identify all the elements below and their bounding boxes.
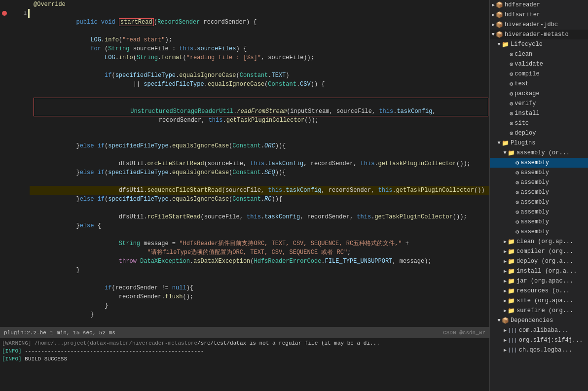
sidebar-item-assembly-2[interactable]: ⚙ assembly [490,168,588,178]
sidebar-item-verify[interactable]: ⚙ verify [490,99,588,108]
chevron-down-icon: ▶ [496,319,502,322]
code-line: public void startRead(RecordSender recor… [30,9,489,18]
item-label: test [514,80,529,87]
line-gutter: 1 [0,0,30,327]
main-area: 1 @Override public void startRead(Record… [0,0,588,391]
sidebar-item-deploy[interactable]: ⚙ deploy [490,128,588,138]
item-label: assembly [520,228,549,235]
item-label: com.alibaba... [519,327,569,334]
sidebar-item-surefire[interactable]: ▶ 📁 surefire (org... [490,306,588,316]
sidebar-item-clean-org[interactable]: ▶ 📁 clean (org.ap... [490,237,588,247]
sidebar-item-org-slf4j[interactable]: ▶ ||| org.slf4j:slf4j... [490,335,588,345]
item-label: hdfsreader [505,1,540,8]
sidebar-item-assembly-4[interactable]: ⚙ assembly [490,187,588,197]
sidebar-item-hivereader-metasto[interactable]: ▶ 📦 hivereader-metasto [490,30,588,39]
item-label: Dependencies [511,317,553,324]
item-label: site (org.apa... [516,297,573,304]
sidebar-item-assembly-3[interactable]: ⚙ assembly [490,178,588,187]
sidebar-item-dependencies[interactable]: ▶ 📦 Dependencies [490,316,588,325]
item-label: deploy [514,130,536,137]
sidebar-item-hivereader-jdbc[interactable]: ▶ 📦 hivereader-jdbc [490,20,588,30]
item-label: clean [514,51,532,58]
code-line: String message = "HdfsReader插件目前支持ORC, T… [30,230,489,239]
chevron-down-icon: ▶ [502,151,508,154]
gear-icon: ⚙ [515,199,519,206]
folder-icon: 📁 [502,140,509,147]
sidebar-item-ch-qos[interactable]: ▶ ||| ch.qos.logba... [490,345,588,355]
item-label: clean (org.ap... [516,238,573,245]
item-label: deploy (org.a... [516,258,573,265]
sidebar-item-assembly-plugin[interactable]: ▶ 📁 assembly (or... [490,148,588,158]
plugin-status: plugin:2.2-be [4,330,46,336]
plugin-folder-icon: 📁 [508,297,515,305]
item-label: package [514,90,539,97]
gear-icon: ⚙ [510,90,513,98]
sidebar-item-package[interactable]: ⚙ package [490,89,588,99]
chevron-right-icon: ▶ [504,298,507,304]
chevron-right-icon: ▶ [492,2,495,8]
gear-icon: ⚙ [510,130,513,137]
plugin-folder-icon: 📁 [508,149,515,157]
item-label: assembly (or... [516,149,570,156]
item-label: surefire (org... [516,307,573,314]
sidebar-item-resources[interactable]: ▶ 📁 resources (o... [490,286,588,296]
item-label: hdfswriter [505,11,540,18]
chevron-down-icon: ▶ [490,33,496,36]
chevron-right-icon: ▶ [504,249,507,254]
sidebar-item-plugins[interactable]: ▶ 📁 Plugins [490,138,588,148]
sidebar-item-assembly-8[interactable]: ⚙ assembly [490,227,588,237]
sidebar-item-assembly-7[interactable]: ⚙ assembly [490,217,588,227]
chevron-down-icon: ▶ [496,142,502,144]
sidebar-item-assembly-6[interactable]: ⚙ assembly [490,207,588,217]
gear-icon: ⚙ [515,169,519,177]
dep-icon: ||| [508,347,517,353]
folder-icon: 📁 [502,41,509,48]
item-label: assembly [520,218,549,225]
sidebar-item-validate[interactable]: ⚙ validate [490,59,588,69]
sidebar-item-hdfsreader[interactable]: ▶ 📦 hdfsreader [490,0,588,10]
sidebar-item-test[interactable]: ⚙ test [490,79,588,89]
bottom-status-bar: plugin:2.2-be 1 min, 15 sec, 52 ms CSDN … [0,327,489,338]
sidebar-item-jar-org[interactable]: ▶ 📁 jar (org.apac... [490,276,588,286]
dep-icon: ||| [508,337,517,343]
red-box-multiline: UnstructuredStorageReaderUtil.readFromSt… [34,98,488,116]
gear-icon: ⚙ [510,80,513,88]
sidebar-item-assembly-1[interactable]: ⚙ assembly [490,158,588,168]
sidebar-item-assembly-5[interactable]: ⚙ assembly [490,197,588,207]
chevron-down-icon: ▶ [496,43,502,46]
dep-icon: ||| [508,327,517,333]
line-num: 1 [23,10,27,16]
sidebar-item-deploy-org[interactable]: ▶ 📁 deploy (org.a... [490,256,588,266]
editor-wrapper: 1 @Override public void startRead(Record… [0,0,489,327]
item-label: Lifecycle [511,41,543,48]
sidebar-item-install[interactable]: ⚙ install [490,108,588,118]
sidebar-item-install-org[interactable]: ▶ 📁 install (org.a... [490,266,588,276]
item-label: jar (org.apac... [516,278,573,284]
code-line: }else if(specifiedFileType.equalsIgnoreC… [30,133,489,142]
sidebar-item-hdfswriter[interactable]: ▶ 📦 hdfswriter [490,10,588,20]
chevron-right-icon: ▶ [504,278,507,284]
item-label: hivereader-jdbc [505,21,558,28]
editor-area: 1 @Override public void startRead(Record… [0,0,489,391]
code-body[interactable]: @Override public void startRead(RecordSe… [30,0,489,327]
gear-icon: ⚙ [515,218,519,226]
code-line: dfsUtil.orcFileStartRead(sourceFile, thi… [30,150,489,159]
code-line: InputStream inputStream = dfsUtil.getInp… [30,89,489,98]
sidebar-item-clean[interactable]: ⚙ clean [490,49,588,59]
module-icon: 📦 [496,31,503,38]
sidebar-item-site-org[interactable]: ▶ 📁 site (org.apa... [490,296,588,306]
sidebar-item-com-alibaba[interactable]: ▶ ||| com.alibaba... [490,325,588,335]
sidebar-item-lifecycle[interactable]: ▶ 📁 Lifecycle [490,39,588,49]
sidebar-item-site[interactable]: ⚙ site [490,118,588,128]
item-label: ch.qos.logba... [519,347,572,354]
item-label: validate [514,61,543,68]
plugin-folder-icon: 📁 [508,268,515,275]
module-icon: 📦 [496,21,503,29]
item-label: resources (o... [516,287,570,294]
sidebar-item-compiler-org[interactable]: ▶ 📁 compiler (org... [490,247,588,256]
item-label: assembly [520,209,549,215]
log-output: [WARNING] /home/...project(datax-master/… [0,338,489,391]
sidebar-item-compile[interactable]: ⚙ compile [490,69,588,79]
build-time: 1 min, 15 sec, 52 ms [50,330,115,336]
chevron-right-icon: ▶ [492,12,495,18]
